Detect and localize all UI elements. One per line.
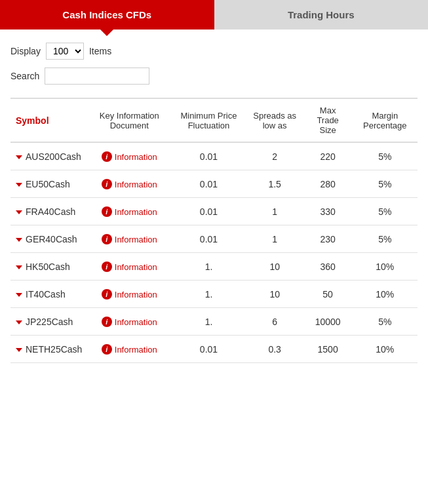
margin-pct-cell: 10% [353, 336, 418, 363]
min-price-cell: 1. [171, 281, 246, 308]
info-link[interactable]: iInformation [102, 206, 157, 217]
info-cell: iInformation [87, 225, 171, 253]
spreads-cell: 0.3 [246, 336, 303, 363]
search-input[interactable] [45, 68, 149, 85]
info-cell: iInformation [87, 253, 171, 281]
tab-trading-hours[interactable]: Trading Hours [214, 0, 429, 29]
col-header-min-price: Minimum Price Fluctuation [171, 98, 246, 142]
max-trade-cell: 280 [303, 170, 353, 198]
spreads-cell: 6 [246, 308, 303, 336]
col-header-key-info: Key Information Document [87, 98, 171, 142]
symbol-name: JP225Cash [26, 317, 73, 327]
symbol-cell: EU50Cash [10, 170, 87, 198]
max-trade-cell: 1500 [303, 336, 353, 363]
symbol-name: NETH25Cash [26, 344, 82, 355]
controls-section: Display 10 25 50 100 Items Search [0, 29, 428, 98]
min-price-cell: 0.01 [171, 142, 246, 170]
col-header-spreads: Spreads as low as [246, 98, 303, 142]
display-row: Display 10 25 50 100 Items [10, 43, 418, 60]
instruments-table: Symbol Key Information Document Minimum … [10, 98, 418, 363]
spreads-cell: 2 [246, 142, 303, 170]
info-icon: i [102, 262, 112, 272]
symbol-name: IT40Cash [26, 289, 66, 300]
margin-pct-cell: 10% [353, 281, 418, 308]
chevron-down-icon[interactable] [16, 155, 22, 159]
min-price-cell: 1. [171, 308, 246, 336]
margin-pct-cell: 5% [353, 308, 418, 336]
symbol-cell: JP225Cash [10, 308, 87, 336]
spreads-cell: 1 [246, 198, 303, 225]
items-label: Items [89, 46, 111, 56]
max-trade-cell: 50 [303, 281, 353, 308]
info-icon: i [102, 179, 112, 189]
info-label: Information [115, 290, 157, 300]
symbol-cell: FRA40Cash [10, 198, 87, 225]
tab-header: Cash Indices CFDs Trading Hours [0, 0, 428, 29]
max-trade-cell: 10000 [303, 308, 353, 336]
info-icon: i [102, 151, 112, 162]
symbol-cell: HK50Cash [10, 253, 87, 281]
chevron-down-icon[interactable] [16, 293, 22, 297]
margin-pct-cell: 5% [353, 170, 418, 198]
chevron-down-icon[interactable] [16, 320, 22, 324]
info-cell: iInformation [87, 336, 171, 363]
margin-pct-cell: 5% [353, 198, 418, 225]
symbol-cell: AUS200Cash [10, 142, 87, 170]
table-header-row: Symbol Key Information Document Minimum … [10, 98, 418, 142]
info-cell: iInformation [87, 198, 171, 225]
margin-pct-cell: 10% [353, 253, 418, 281]
table-row: IT40CashiInformation1.105010% [10, 281, 418, 308]
chevron-down-icon[interactable] [16, 183, 22, 187]
info-cell: iInformation [87, 142, 171, 170]
min-price-cell: 1. [171, 253, 246, 281]
info-label: Information [115, 262, 157, 272]
table-row: NETH25CashiInformation0.010.3150010% [10, 336, 418, 363]
table-row: JP225CashiInformation1.6100005% [10, 308, 418, 336]
symbol-name: EU50Cash [26, 179, 70, 189]
symbol-name: HK50Cash [26, 262, 70, 272]
table-row: EU50CashiInformation0.011.52805% [10, 170, 418, 198]
table-container: Symbol Key Information Document Minimum … [0, 98, 428, 374]
info-link[interactable]: iInformation [102, 151, 157, 162]
info-label: Information [115, 345, 157, 355]
col-header-margin-pct: Margin Percentage [353, 98, 418, 142]
table-row: AUS200CashiInformation0.0122205% [10, 142, 418, 170]
chevron-down-icon[interactable] [16, 348, 22, 352]
display-label: Display [10, 46, 41, 56]
symbol-cell: NETH25Cash [10, 336, 87, 363]
spreads-cell: 1.5 [246, 170, 303, 198]
chevron-down-icon[interactable] [16, 210, 22, 214]
tab-cash-indices[interactable]: Cash Indices CFDs [0, 0, 214, 29]
info-link[interactable]: iInformation [102, 179, 157, 189]
min-price-cell: 0.01 [171, 198, 246, 225]
max-trade-cell: 360 [303, 253, 353, 281]
spreads-cell: 10 [246, 253, 303, 281]
symbol-name: AUS200Cash [26, 151, 81, 162]
max-trade-cell: 220 [303, 142, 353, 170]
info-link[interactable]: iInformation [102, 289, 157, 300]
info-icon: i [102, 206, 112, 217]
symbol-cell: GER40Cash [10, 225, 87, 253]
info-cell: iInformation [87, 308, 171, 336]
symbol-name: GER40Cash [26, 234, 77, 244]
table-row: FRA40CashiInformation0.0113305% [10, 198, 418, 225]
info-link[interactable]: iInformation [102, 317, 157, 327]
display-select[interactable]: 10 25 50 100 [46, 43, 84, 60]
info-icon: i [102, 234, 112, 244]
info-link[interactable]: iInformation [102, 344, 157, 355]
info-icon: i [102, 317, 112, 327]
symbol-cell: IT40Cash [10, 281, 87, 308]
search-row: Search [10, 68, 418, 85]
chevron-down-icon[interactable] [16, 238, 22, 242]
min-price-cell: 0.01 [171, 170, 246, 198]
info-cell: iInformation [87, 281, 171, 308]
info-label: Information [115, 152, 157, 162]
margin-pct-cell: 5% [353, 142, 418, 170]
info-link[interactable]: iInformation [102, 234, 157, 244]
info-link[interactable]: iInformation [102, 262, 157, 272]
chevron-down-icon[interactable] [16, 265, 22, 269]
info-icon: i [102, 289, 112, 300]
info-cell: iInformation [87, 170, 171, 198]
max-trade-cell: 330 [303, 198, 353, 225]
info-label: Information [115, 235, 157, 244]
